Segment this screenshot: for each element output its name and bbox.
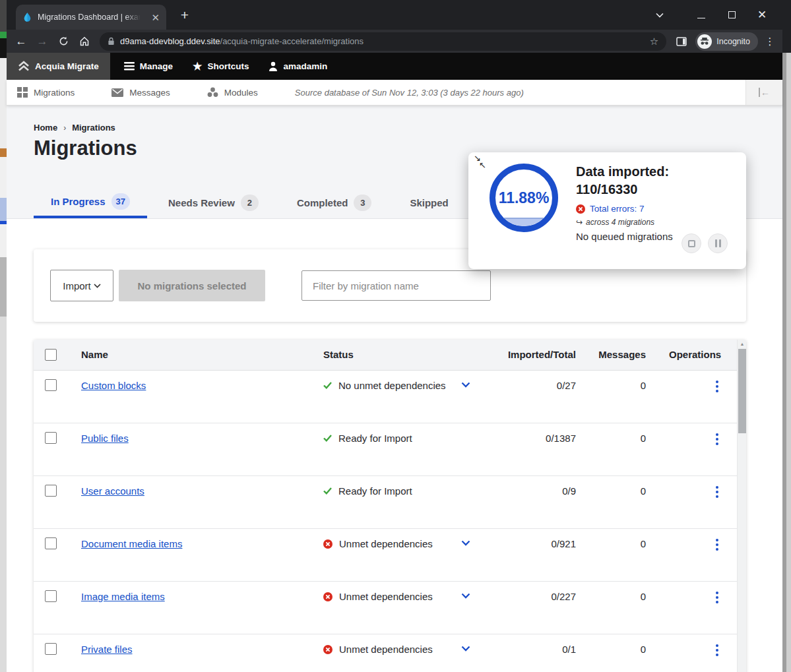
operations-kebab-icon[interactable] [712, 379, 722, 394]
scrollbar-thumb[interactable] [738, 349, 746, 433]
stop-button[interactable] [681, 233, 701, 253]
shortcuts-button[interactable]: ★ Shortcuts [183, 53, 259, 80]
new-tab-button[interactable]: + [177, 7, 193, 23]
header-operations: Operations [669, 349, 721, 360]
tab-count-badge: 2 [241, 195, 259, 211]
stop-icon [688, 240, 695, 247]
user-icon [269, 61, 278, 71]
toolbar-item-modules[interactable]: Modules [197, 80, 269, 105]
operations-kebab-icon[interactable] [712, 432, 722, 446]
migration-link[interactable]: Public files [81, 433, 129, 444]
drupal-secondary-toolbar: Migrations Messages Modules Source datab… [7, 80, 782, 106]
toolbar-item-migrations[interactable]: Migrations [7, 80, 85, 105]
chevron-down-icon[interactable] [461, 382, 470, 388]
row-checkbox[interactable] [45, 537, 57, 549]
breadcrumb-separator: › [63, 123, 66, 133]
across-migrations-note: ↪ across 4 migrations [576, 218, 741, 227]
table-row: Image media items Unmet dependencies 0/2… [34, 582, 746, 634]
total-errors-link[interactable]: Total errors: 7 [576, 204, 741, 214]
header-imported-total: Imported/Total [489, 349, 576, 360]
import-dropdown-button[interactable]: Import [50, 270, 113, 301]
pause-button[interactable] [708, 233, 728, 253]
back-icon[interactable]: ← [11, 32, 31, 51]
tab-completed[interactable]: Completed 3 [280, 187, 389, 218]
hook-arrow-icon: ↪ [576, 218, 583, 227]
migration-link[interactable]: Custom blocks [81, 380, 146, 391]
tab-title: Migrations Dashboard | example [38, 13, 141, 22]
operations-kebab-icon[interactable] [712, 590, 722, 605]
operations-kebab-icon[interactable] [712, 537, 722, 552]
header-name: Name [81, 349, 108, 360]
chevron-down-icon[interactable] [461, 593, 470, 599]
row-checkbox[interactable] [45, 379, 57, 391]
drupal-favicon [22, 12, 32, 22]
forward-icon[interactable]: → [32, 32, 52, 51]
manage-button[interactable]: Manage [114, 53, 183, 80]
hamburger-icon [124, 62, 135, 71]
pause-icon [715, 239, 721, 247]
chevron-down-icon [94, 284, 101, 288]
browser-toolbar: ← → d9ama-ddevblog.ddev.site/acquia-migr… [7, 30, 782, 53]
tab-needs-review[interactable]: Needs Review 2 [151, 187, 276, 218]
browser-tab[interactable]: Migrations Dashboard | example ✕ [16, 5, 166, 30]
check-icon [323, 487, 332, 495]
migration-link[interactable]: Document media items [81, 538, 182, 549]
tab-in-progress[interactable]: In Progress 37 [34, 187, 147, 218]
tab-close-icon[interactable]: ✕ [151, 13, 160, 22]
scrollbar-up-arrow-icon[interactable]: ▲ [738, 342, 747, 346]
table-row: User accounts Ready for Import 0/9 0 [34, 476, 746, 529]
resize-arrows-icon[interactable]: ↘↖ [474, 154, 486, 169]
side-panel-icon[interactable] [672, 32, 691, 51]
tab-count-badge: 37 [111, 193, 130, 210]
toolbar-collapse-button[interactable]: ← [745, 80, 782, 105]
maximize-button[interactable] [716, 10, 747, 20]
home-icon[interactable] [75, 32, 94, 51]
row-checkbox[interactable] [45, 485, 57, 497]
breadcrumb-home-link[interactable]: Home [34, 123, 57, 133]
grid-icon [17, 87, 28, 98]
modules-icon [207, 87, 218, 98]
row-checkbox[interactable] [45, 590, 57, 602]
close-button[interactable]: ✕ [747, 8, 777, 22]
reload-icon[interactable] [53, 32, 73, 51]
migration-link[interactable]: User accounts [81, 485, 144, 497]
url-text: d9ama-ddevblog.ddev.site/acquia-migrate-… [120, 36, 645, 46]
browser-window: Migrations Dashboard | example ✕ + ✕ ← →… [7, 0, 782, 672]
table-row: Private files Unmet dependencies 0/1 0 [34, 634, 746, 672]
table-scrollbar[interactable]: ▲ [737, 340, 746, 672]
lock-icon [108, 37, 115, 46]
migration-link[interactable]: Private files [81, 644, 133, 655]
operations-kebab-icon[interactable] [712, 485, 722, 499]
data-imported-heading: Data imported: 110/16330 [576, 163, 741, 199]
browser-menu-icon[interactable]: ⋮ [762, 36, 778, 47]
migrations-table: Name Status Imported/Total Messages Oper… [34, 340, 746, 672]
error-icon [323, 645, 332, 654]
row-checkbox[interactable] [45, 643, 57, 655]
select-all-checkbox[interactable] [45, 349, 57, 361]
filter-migration-input[interactable] [301, 270, 491, 301]
page-title: Migrations [34, 137, 137, 160]
migration-tabs: In Progress 37 Needs Review 2 Completed … [34, 187, 470, 218]
bookmark-star-icon[interactable]: ☆ [650, 36, 658, 47]
row-checkbox[interactable] [45, 432, 57, 444]
header-status: Status [323, 349, 354, 360]
tab-search-icon[interactable] [656, 13, 686, 18]
breadcrumb: Home › Migrations [34, 123, 115, 133]
error-icon [323, 539, 332, 549]
table-header-row: Name Status Imported/Total Messages Oper… [34, 340, 746, 371]
user-menu-button[interactable]: amadamin [259, 53, 337, 80]
background-window-left [0, 0, 7, 672]
address-bar[interactable]: d9ama-ddevblog.ddev.site/acquia-migrate-… [100, 32, 666, 51]
chevron-down-icon[interactable] [461, 646, 470, 652]
browser-tab-strip: Migrations Dashboard | example ✕ + ✕ [7, 0, 782, 30]
tab-skipped[interactable]: Skipped [393, 187, 465, 218]
acquia-migrate-button[interactable]: Acquia Migrate [7, 53, 110, 80]
no-migrations-selected-button: No migrations selected [119, 270, 265, 301]
operations-kebab-icon[interactable] [712, 643, 722, 657]
progress-ring: 11.88% [490, 164, 558, 232]
toolbar-item-messages[interactable]: Messages [101, 80, 181, 105]
migration-link[interactable]: Image media items [81, 591, 165, 602]
chevron-down-icon[interactable] [461, 540, 470, 546]
migrations-page: Home › Migrations Migrations In Progress… [7, 106, 782, 672]
minimize-button[interactable] [686, 10, 716, 20]
